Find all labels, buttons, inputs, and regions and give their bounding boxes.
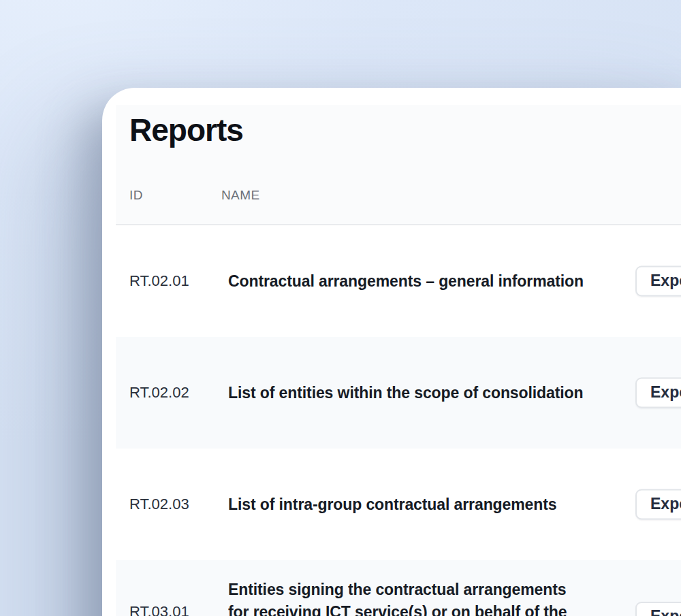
report-id-cell: RT.02.01 (129, 272, 228, 290)
reports-panel: Reports ID NAME RT.02.01Contractual arra… (102, 88, 681, 616)
report-name-cell: Contractual arrangements – general infor… (228, 270, 650, 293)
column-header-id: ID (129, 187, 221, 204)
report-name-cell: List of intra-group contractual arrangem… (228, 493, 650, 516)
table-row: RT.02.03List of intra-group contractual … (116, 449, 681, 560)
export-button[interactable]: Export (635, 378, 681, 408)
reports-table-body: RT.02.01Contractual arrangements – gener… (116, 225, 681, 616)
report-id-cell: RT.03.01 (129, 579, 228, 616)
table-row: RT.02.02List of entities within the scop… (116, 337, 681, 449)
page-title: Reports (129, 112, 681, 148)
column-header-name: NAME (221, 187, 260, 204)
table-row: RT.03.01Entities signing the contractual… (116, 560, 681, 616)
export-button[interactable]: Export (635, 489, 681, 520)
report-id-cell: RT.02.03 (129, 496, 228, 513)
table-row: RT.02.01Contractual arrangements – gener… (116, 225, 681, 337)
panel-header: Reports ID NAME (116, 105, 681, 225)
report-name-cell: List of entities within the scope of con… (228, 382, 650, 404)
export-button[interactable]: Export (635, 266, 681, 297)
reports-panel-content: Reports ID NAME RT.02.01Contractual arra… (102, 105, 681, 616)
report-name-cell: Entities signing the contractual arrange… (228, 579, 650, 616)
report-id-cell: RT.02.02 (129, 384, 228, 402)
table-column-headers: ID NAME (129, 187, 681, 204)
export-button[interactable]: Export (635, 602, 681, 616)
